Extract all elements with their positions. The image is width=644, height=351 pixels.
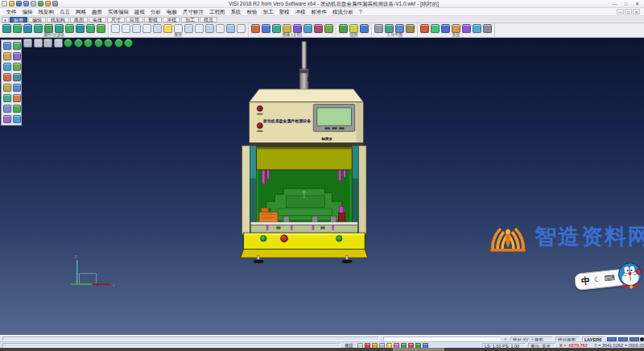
- open-file-icon[interactable]: [9, 1, 14, 6]
- zoom-window-icon[interactable]: [262, 24, 270, 33]
- rotate-view-icon[interactable]: [124, 39, 133, 47]
- redraw-icon[interactable]: [111, 24, 120, 33]
- view-manager-icon[interactable]: [324, 24, 333, 33]
- machine-model[interactable]: 发动机底盘金属件检测设备 触摸屏: [241, 41, 368, 263]
- rotate-tool-icon[interactable]: [13, 94, 21, 102]
- menu-item-6[interactable]: 实体编辑: [105, 8, 132, 16]
- menu-item-3[interactable]: 点云: [57, 8, 73, 16]
- select-all-icon[interactable]: [86, 24, 95, 33]
- named-view-icon[interactable]: [314, 24, 323, 33]
- new-file-icon[interactable]: [2, 1, 7, 6]
- circle-tool-icon[interactable]: [3, 52, 11, 60]
- quality-icon[interactable]: [237, 24, 246, 33]
- print-icon[interactable]: [31, 1, 36, 6]
- iso-view-icon[interactable]: [64, 39, 72, 47]
- menu-item-10[interactable]: 尺寸标注: [180, 8, 207, 16]
- undo-icon[interactable]: [38, 1, 43, 6]
- background-icon[interactable]: [195, 24, 204, 33]
- menu-item-4[interactable]: 网格: [73, 8, 89, 16]
- select-tool-icon[interactable]: [3, 42, 11, 50]
- wire-color-icon[interactable]: [2, 24, 11, 33]
- clear-filter-icon[interactable]: [97, 24, 105, 33]
- ribbon-collapse-button[interactable]: ▾: [2, 17, 9, 23]
- view-front-icon[interactable]: [360, 24, 369, 33]
- pan-view-icon[interactable]: [23, 39, 32, 47]
- ribbon-tab-8[interactable]: 冲模: [163, 17, 180, 23]
- menu-item-8[interactable]: 分析: [148, 8, 164, 16]
- hidden-line-icon[interactable]: [132, 24, 141, 33]
- arc-tool-icon[interactable]: [13, 52, 21, 60]
- text-tool-icon[interactable]: [13, 63, 21, 71]
- attr-copy-icon[interactable]: [34, 24, 43, 33]
- zoom-extents-view-icon[interactable]: [54, 39, 63, 47]
- ribbon-tab-5[interactable]: 尺寸: [107, 17, 125, 23]
- keyboard-icon[interactable]: ⌨: [604, 270, 616, 287]
- menu-item-18[interactable]: 模流分析: [330, 8, 357, 16]
- line-tool-icon[interactable]: [13, 42, 21, 50]
- redo-icon[interactable]: [45, 1, 51, 6]
- lights-icon[interactable]: [205, 24, 214, 33]
- workplane-reset-icon[interactable]: [406, 24, 415, 33]
- thickness-icon[interactable]: [23, 24, 32, 33]
- menu-item-16[interactable]: 冲模: [292, 8, 308, 16]
- zoom-all-icon[interactable]: [251, 24, 260, 33]
- menu-item-0[interactable]: 文件: [3, 8, 19, 16]
- zoom-window-view-icon[interactable]: [43, 39, 52, 47]
- ribbon-tab-0[interactable]: 标准: [10, 17, 27, 23]
- ime-mode-indicator[interactable]: 中: [580, 272, 591, 290]
- status-segment-2[interactable]: [618, 337, 628, 341]
- filter-face-icon[interactable]: [65, 24, 74, 33]
- mdi-restore-icon[interactable]: □: [625, 9, 632, 14]
- scale-tool-icon[interactable]: [3, 105, 11, 113]
- shadow-icon[interactable]: [226, 24, 235, 33]
- zoom-view-icon[interactable]: [34, 39, 43, 47]
- mdi-minimize-icon[interactable]: —: [617, 9, 624, 14]
- shaded-edges-icon[interactable]: [153, 24, 162, 33]
- minimize-icon[interactable]: —: [609, 1, 620, 7]
- point-tool-icon[interactable]: [3, 63, 11, 71]
- ribbon-tab-10[interactable]: 模具: [200, 17, 217, 23]
- move-tool-icon[interactable]: [3, 94, 11, 102]
- save-all-icon[interactable]: [23, 1, 29, 6]
- offset-tool-icon[interactable]: [3, 84, 11, 92]
- view-iso-icon[interactable]: [339, 24, 348, 33]
- info-icon[interactable]: [483, 24, 492, 33]
- section-view-icon[interactable]: [184, 24, 193, 33]
- customize-qat-icon[interactable]: [52, 1, 58, 6]
- settings-icon[interactable]: [420, 24, 429, 33]
- dimension-tool-icon[interactable]: [3, 73, 11, 81]
- zoom-prev-icon[interactable]: [272, 24, 281, 33]
- options-icon[interactable]: [473, 24, 481, 33]
- ribbon-tab-4[interactable]: 实体: [89, 17, 106, 23]
- ribbon-tab-6[interactable]: 应用: [126, 17, 143, 23]
- measure-tool-icon[interactable]: [13, 115, 21, 123]
- workplane-select-icon[interactable]: [374, 24, 383, 33]
- ribbon-tab-3[interactable]: 曲面: [70, 17, 88, 23]
- side-view-icon[interactable]: [94, 39, 103, 47]
- viewport-3d[interactable]: Z x: [0, 38, 644, 335]
- save-icon[interactable]: [16, 1, 22, 6]
- dynamic-view-icon[interactable]: [303, 24, 312, 33]
- mirror-tool-icon[interactable]: [13, 84, 21, 92]
- menu-item-13[interactable]: 校验: [244, 8, 260, 16]
- close-icon[interactable]: ✕: [632, 1, 642, 7]
- trim-tool-icon[interactable]: [13, 73, 21, 81]
- wireframe-icon[interactable]: [122, 24, 130, 33]
- menu-item-1[interactable]: 编辑: [19, 8, 35, 16]
- ribbon-tab-7[interactable]: 塑模: [144, 17, 162, 23]
- filter-solid-icon[interactable]: [76, 24, 85, 33]
- database-icon[interactable]: [441, 24, 450, 33]
- bottom-view-icon[interactable]: [114, 39, 123, 47]
- front-view-icon[interactable]: [74, 39, 83, 47]
- shaded-icon[interactable]: [142, 24, 151, 33]
- menu-item-7[interactable]: 建模: [132, 8, 148, 16]
- layer-tool-icon[interactable]: [3, 115, 11, 123]
- status-segment-3[interactable]: [630, 337, 639, 341]
- render-mode-icon[interactable]: [163, 24, 172, 33]
- menu-item-5[interactable]: 曲面: [89, 8, 105, 16]
- line-type-icon[interactable]: [13, 24, 22, 33]
- mdi-close-icon[interactable]: ✕: [633, 9, 640, 14]
- recalc-icon[interactable]: [431, 24, 440, 33]
- menu-item-15[interactable]: 塑模: [276, 8, 292, 16]
- menu-item-11[interactable]: 工程图: [207, 8, 229, 16]
